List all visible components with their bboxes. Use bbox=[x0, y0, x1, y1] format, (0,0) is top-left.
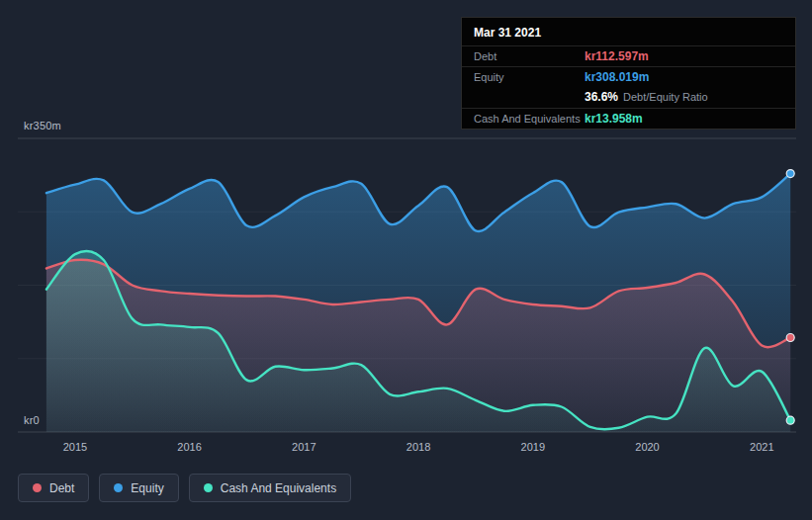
debt-end-marker bbox=[786, 334, 794, 342]
x-tick-2016: 2016 bbox=[177, 441, 201, 453]
debt-equity-history-panel: { "colors": { "background": "#1c2330", "… bbox=[0, 0, 812, 520]
debt-legend-dot-icon bbox=[33, 483, 42, 492]
legend: Debt Equity Cash And Equivalents bbox=[18, 474, 351, 502]
legend-debt-label: Debt bbox=[49, 481, 74, 495]
x-axis: 2015201620172018201920202021 bbox=[18, 441, 796, 455]
tooltip-debt-label: Debt bbox=[474, 50, 585, 62]
chart-svg bbox=[18, 138, 796, 432]
x-tick-2018: 2018 bbox=[406, 441, 430, 453]
legend-equity-label: Equity bbox=[131, 481, 163, 495]
y-axis-label-top: kr350m bbox=[24, 120, 61, 131]
tooltip-debt-value: kr112.597m bbox=[585, 49, 649, 63]
x-tick-2021: 2021 bbox=[750, 441, 773, 453]
tooltip-row-debt: Debt kr112.597m bbox=[462, 45, 795, 66]
tooltip-row-cash: Cash And Equivalents kr13.958m bbox=[462, 108, 795, 129]
tooltip-ratio-label: Debt/Equity Ratio bbox=[623, 91, 708, 103]
tooltip-equity-label: Equity bbox=[474, 71, 585, 83]
tooltip-ratio-value: 36.6% bbox=[585, 90, 618, 104]
x-tick-2019: 2019 bbox=[521, 441, 545, 453]
legend-item-cash[interactable]: Cash And Equivalents bbox=[189, 474, 351, 502]
cash-end-marker bbox=[786, 416, 794, 424]
equity-legend-dot-icon bbox=[114, 483, 123, 492]
legend-item-equity[interactable]: Equity bbox=[99, 474, 178, 502]
chart-tooltip: Mar 31 2021 Debt kr112.597m Equity kr308… bbox=[461, 17, 796, 130]
chart-plot-area[interactable] bbox=[18, 138, 796, 432]
tooltip-cash-label: Cash And Equivalents bbox=[474, 113, 585, 125]
legend-cash-label: Cash And Equivalents bbox=[221, 481, 336, 495]
tooltip-ratio: 36.6%Debt/Equity Ratio bbox=[585, 87, 708, 105]
x-tick-2015: 2015 bbox=[63, 441, 87, 453]
cash-legend-dot-icon bbox=[204, 483, 213, 492]
tooltip-row-ratio: 36.6%Debt/Equity Ratio bbox=[462, 87, 795, 108]
tooltip-cash-value: kr13.958m bbox=[585, 112, 643, 126]
tooltip-date: Mar 31 2021 bbox=[462, 18, 795, 45]
equity-end-marker bbox=[786, 170, 794, 178]
x-tick-2020: 2020 bbox=[635, 441, 659, 453]
x-tick-2017: 2017 bbox=[292, 441, 316, 453]
tooltip-equity-value: kr308.019m bbox=[585, 70, 649, 84]
legend-item-debt[interactable]: Debt bbox=[18, 474, 89, 502]
tooltip-row-equity: Equity kr308.019m bbox=[462, 66, 795, 87]
